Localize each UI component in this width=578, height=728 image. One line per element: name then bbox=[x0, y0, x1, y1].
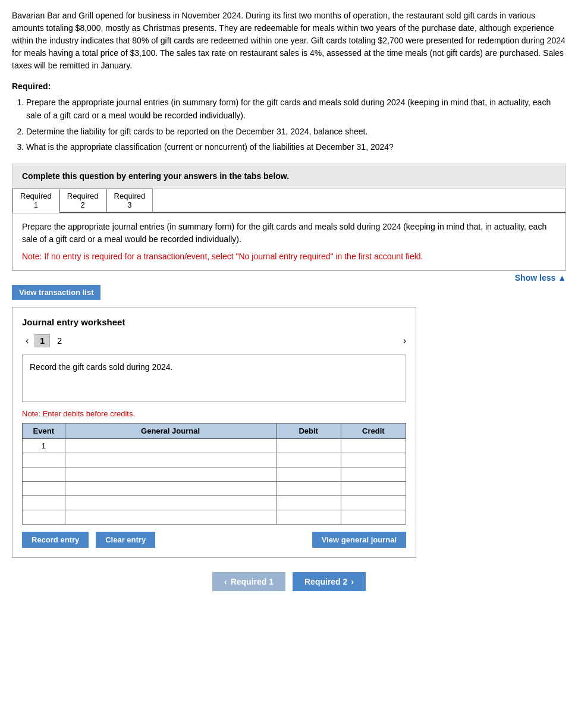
general-journal-header: General Journal bbox=[65, 423, 276, 438]
numbered-item-1: Prepare the appropriate journal entries … bbox=[26, 96, 566, 123]
show-less-label: Show less ▲ bbox=[515, 273, 566, 283]
bottom-nav: ‹ Required 1 Required 2 › bbox=[12, 572, 566, 591]
tab-required-2-label: Required bbox=[67, 192, 99, 200]
credit-cell-1[interactable] bbox=[341, 453, 406, 467]
credit-cell-2[interactable] bbox=[341, 467, 406, 481]
numbered-item-3: What is the appropriate classification (… bbox=[26, 140, 566, 153]
view-transaction-list-label: View transaction list bbox=[19, 288, 93, 297]
journal-page-current[interactable]: 1 bbox=[34, 334, 50, 347]
event-cell-4 bbox=[23, 495, 65, 510]
general-journal-cell-5[interactable] bbox=[65, 510, 276, 524]
table-row bbox=[23, 495, 406, 510]
event-cell-5 bbox=[23, 510, 65, 524]
debit-cell-0[interactable] bbox=[276, 438, 341, 453]
table-row bbox=[23, 453, 406, 467]
show-less-button[interactable]: Show less ▲ bbox=[12, 271, 566, 285]
clear-entry-label: Clear entry bbox=[105, 535, 146, 544]
credit-cell-0[interactable] bbox=[341, 438, 406, 453]
note-debits: Note: Enter debits before credits. bbox=[22, 409, 406, 418]
journal-next-button[interactable]: › bbox=[403, 335, 406, 346]
complete-box-text: Complete this question by entering your … bbox=[22, 171, 289, 181]
general-journal-cell-4[interactable] bbox=[65, 495, 276, 510]
journal-page-next[interactable]: 2 bbox=[52, 335, 67, 347]
tab-required-2-sublabel: 2 bbox=[67, 200, 99, 209]
journal-nav-row: ‹ 1 2 › bbox=[22, 334, 406, 347]
general-journal-cell-2[interactable] bbox=[65, 467, 276, 481]
prev-required-button[interactable]: ‹ Required 1 bbox=[212, 572, 285, 591]
credit-cell-3[interactable] bbox=[341, 481, 406, 495]
event-cell-0: 1 bbox=[23, 438, 65, 453]
tab-content: Prepare the appropriate journal entries … bbox=[12, 213, 566, 270]
table-row bbox=[23, 481, 406, 495]
tab-required-1-sublabel: 1 bbox=[20, 200, 52, 209]
general-journal-cell-0[interactable] bbox=[65, 438, 276, 453]
next-required-button[interactable]: Required 2 › bbox=[293, 572, 366, 591]
tabs-container: Required 1 Required 2 Required 3 Prepare… bbox=[12, 189, 566, 271]
table-row bbox=[23, 467, 406, 481]
record-description-box: Record the gift cards sold during 2024. bbox=[22, 354, 406, 402]
general-journal-cell-3[interactable] bbox=[65, 481, 276, 495]
view-general-journal-button[interactable]: View general journal bbox=[312, 532, 406, 548]
debit-header: Debit bbox=[276, 423, 341, 438]
credit-cell-5[interactable] bbox=[341, 510, 406, 524]
debit-cell-2[interactable] bbox=[276, 467, 341, 481]
numbered-item-2: Determine the liability for gift cards t… bbox=[26, 125, 566, 138]
debit-cell-4[interactable] bbox=[276, 495, 341, 510]
tab-required-3-label: Required bbox=[114, 192, 146, 200]
required-heading: Required: bbox=[12, 81, 566, 91]
complete-box: Complete this question by entering your … bbox=[12, 164, 566, 189]
view-transaction-list-button[interactable]: View transaction list bbox=[12, 285, 100, 300]
event-cell-1 bbox=[23, 453, 65, 467]
tab-note-red: Note: If no entry is required for a tran… bbox=[22, 250, 556, 263]
table-row: 1 bbox=[23, 438, 406, 453]
journal-table: Event General Journal Debit Credit 1 bbox=[22, 423, 406, 525]
tab-required-3[interactable]: Required 3 bbox=[106, 189, 153, 212]
record-description-text: Record the gift cards sold during 2024. bbox=[30, 362, 172, 372]
tab-main-text: Prepare the appropriate journal entries … bbox=[22, 221, 556, 246]
btn-left-group: Record entry Clear entry bbox=[22, 532, 155, 548]
view-general-journal-label: View general journal bbox=[322, 535, 397, 544]
journal-title: Journal entry worksheet bbox=[22, 317, 406, 327]
journal-button-row: Record entry Clear entry View general jo… bbox=[22, 532, 406, 548]
next-required-label: Required 2 bbox=[304, 577, 347, 586]
debit-cell-5[interactable] bbox=[276, 510, 341, 524]
record-entry-button[interactable]: Record entry bbox=[22, 532, 89, 548]
journal-prev-button[interactable]: ‹ bbox=[22, 334, 32, 347]
credit-cell-4[interactable] bbox=[341, 495, 406, 510]
tab-required-1-label: Required bbox=[20, 192, 52, 200]
tab-required-2[interactable]: Required 2 bbox=[59, 189, 106, 212]
tabs-row: Required 1 Required 2 Required 3 bbox=[12, 189, 566, 213]
journal-entry-worksheet: Journal entry worksheet ‹ 1 2 › Record t… bbox=[12, 307, 416, 558]
record-entry-label: Record entry bbox=[32, 535, 79, 544]
credit-header: Credit bbox=[341, 423, 406, 438]
tab-required-1[interactable]: Required 1 bbox=[12, 189, 59, 213]
clear-entry-button[interactable]: Clear entry bbox=[96, 532, 155, 548]
next-arrow: › bbox=[351, 577, 354, 586]
general-journal-cell-1[interactable] bbox=[65, 453, 276, 467]
prev-required-label: Required 1 bbox=[231, 577, 274, 586]
prev-arrow: ‹ bbox=[224, 577, 227, 586]
event-cell-3 bbox=[23, 481, 65, 495]
numbered-list: Prepare the appropriate journal entries … bbox=[26, 96, 566, 154]
debit-cell-1[interactable] bbox=[276, 453, 341, 467]
table-row bbox=[23, 510, 406, 524]
event-header: Event bbox=[23, 423, 65, 438]
debit-cell-3[interactable] bbox=[276, 481, 341, 495]
event-cell-2 bbox=[23, 467, 65, 481]
intro-text: Bavarian Bar and Grill opened for busine… bbox=[12, 10, 566, 72]
tab-required-3-sublabel: 3 bbox=[114, 200, 146, 209]
